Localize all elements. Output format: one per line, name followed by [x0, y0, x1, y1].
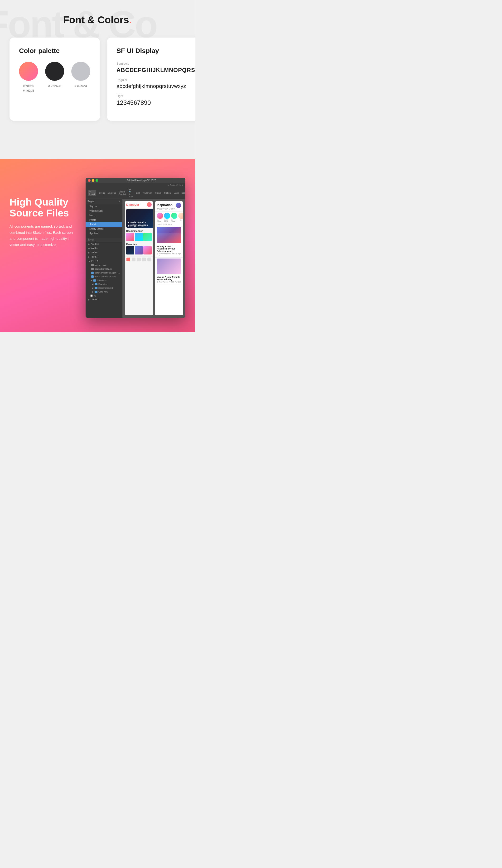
tl-yellow[interactable] — [92, 179, 94, 182]
layer-feed7[interactable]: ▶ Feed 7 — [85, 255, 122, 259]
swatch-circle-gradient — [19, 62, 38, 81]
fav-item-3 — [143, 246, 151, 255]
page-walkthrough[interactable]: Walkthrough — [85, 209, 122, 213]
phone-inspiration: Inspiration TALENT OF MONTH May Farmer — [155, 201, 183, 315]
layer-card-view[interactable]: ▶ Card view — [85, 290, 122, 294]
layer-avatar-male[interactable]: avatar- male — [85, 263, 122, 267]
flatten-label[interactable]: Flatten — [164, 192, 171, 194]
talent-1: May Farmer — [157, 213, 163, 222]
insp-talent-label: TALENT OF MONTH — [157, 208, 181, 210]
talent-avatar-1 — [157, 213, 163, 219]
tab-icon-3 — [137, 258, 141, 261]
create-symbol-label[interactable]: Create Symbol — [119, 190, 126, 195]
sf-ui-card: SF UI Display Semibold ABCDEFGHIJKLMNOPQ… — [107, 38, 195, 121]
sf-ui-title: SF UI Display — [116, 47, 195, 55]
font-semibold-label: Semibold — [116, 62, 195, 65]
tab-icon-5 — [147, 258, 151, 261]
ps-window: Adobe Photoshop CC 2017 ▾ Origin UI Kit … — [85, 178, 185, 318]
swatch-circle-dark — [45, 62, 64, 81]
insp-article-2: Making A New Trend In Poster Printing @ … — [155, 275, 183, 284]
tl-red[interactable] — [88, 179, 91, 182]
pages-add-btn[interactable]: + — [119, 200, 120, 203]
layer-contents[interactable]: ▼ Contents — [85, 278, 122, 282]
layer-favorites[interactable]: ▶ Favorites — [85, 282, 122, 286]
swatch-circle-light — [71, 62, 90, 81]
title-dot: . — [129, 14, 132, 26]
fav-item-1 — [126, 246, 134, 255]
source-description: All components are named, sorted, and co… — [10, 223, 76, 248]
layer-feed10[interactable]: ▶ Feed 10 — [85, 242, 122, 246]
talent-3: Jon Glover — [171, 213, 177, 222]
swatch-label-light: # c2c4ca — [75, 84, 87, 89]
swatch-dark: # 262628 — [45, 62, 64, 93]
phone-favorites-grid — [125, 246, 153, 256]
ungroup-label[interactable]: Ungroup — [108, 192, 116, 194]
page-social[interactable]: Social — [85, 222, 122, 227]
font-semibold-text: ABCDEFGHIJKLMNOPQRSTUVWXYZ — [116, 67, 195, 73]
tl-green[interactable] — [95, 179, 98, 182]
insp-article-1-title: Writing A Good Headline For Your Adverti… — [157, 245, 181, 252]
insp-avatar — [176, 203, 181, 208]
layer-feed5[interactable]: ▶ Feed 5 — [85, 298, 122, 302]
group-label[interactable]: Group — [99, 192, 105, 194]
page-menu[interactable]: Menu — [85, 213, 122, 218]
font-regular-text: abcdefghijklmnopqrstuvwxyz — [116, 83, 195, 89]
scale-label[interactable]: Scale — [182, 192, 185, 194]
swatch-label-dark: # 262628 — [48, 84, 61, 89]
page-empty-states[interactable]: Empty States — [85, 227, 122, 231]
page-profile[interactable]: Profile — [85, 218, 122, 222]
phone-feed6-header: Discover — [125, 201, 153, 208]
layer-feed8[interactable]: ▶ Feed 8 — [85, 250, 122, 255]
insp-article-2-meta: @ Terry Parker ❤ 325 💬 115 — [157, 281, 181, 283]
cards-row: Color palette # ff8960# ff62a5 # 262628 … — [10, 38, 185, 121]
insp-chart — [157, 227, 181, 243]
ps-sidebar: Pages + Sign In Walkthrough Menu Profile… — [85, 199, 122, 318]
ps-traffic-lights — [88, 179, 98, 182]
layer-tab-bar[interactable]: iP X - Tab Bar - 5 Tabs — [85, 275, 122, 278]
ps-kit-label: ▾ Origin UI Kit ▾ — [168, 184, 183, 186]
layer-feed6[interactable]: ▼ Feed 6 — [85, 259, 122, 263]
font-regular-section: Regular abcdefghijklmnopqrstuvwxyz — [116, 78, 195, 89]
layer-status-bar[interactable]: Status Bar / Black — [85, 267, 122, 271]
rotate-label[interactable]: Rotate — [155, 192, 161, 194]
source-section: High Quality Source Files All components… — [0, 159, 195, 332]
ps-canvas: Discover A Guide To RockyMountain Vacati… — [122, 199, 185, 318]
page-symbols[interactable]: Symbols — [85, 231, 122, 236]
ps-body: Pages + Sign In Walkthrough Menu Profile… — [85, 199, 185, 318]
talent-avatar-3 — [171, 213, 177, 219]
insp-popular-label: MOST POPULAR — [155, 223, 183, 226]
phone-tab-bar — [125, 256, 153, 262]
insp-article-2-title: Making A New Trend In Poster Printing — [157, 276, 181, 281]
insert-btn[interactable]: + Insert — [88, 190, 96, 196]
tab-icon-1 — [126, 258, 130, 261]
font-regular-label: Regular — [116, 78, 195, 82]
layer-bg[interactable]: bg — [85, 294, 122, 298]
insp-chart2 — [157, 259, 181, 274]
pages-panel-header: Pages + — [85, 199, 122, 204]
ps-toolbar: + Insert Group Ungroup Create Symbol — 🔍… — [85, 187, 185, 199]
page-sign-in[interactable]: Sign In — [85, 204, 122, 209]
talent-2: David Porter — [164, 213, 170, 222]
swatch-label-gradient: # ff8960# ff62a5 — [23, 84, 34, 93]
ps-title-text: Adobe Photoshop CC 2017 — [100, 179, 183, 182]
font-light-label: Light — [116, 94, 195, 98]
font-semibold-section: Semibold ABCDEFGHIJKLMNOPQRSTUVWXYZ — [116, 62, 195, 73]
talent-avatar-2 — [164, 213, 170, 219]
swatch-light: # c2c4ca — [71, 62, 90, 93]
insp-title: Inspiration — [157, 203, 173, 207]
grid-item-2 — [135, 233, 143, 241]
font-colors-section: Font & Co Font & Colors. Color palette #… — [0, 0, 195, 140]
transform-label[interactable]: Transform — [143, 192, 152, 194]
edit-label[interactable]: Edit — [136, 192, 140, 194]
layer-feed9[interactable]: ▶ Feed 9 — [85, 246, 122, 250]
layer-recommended[interactable]: ▶ Recommended — [85, 286, 122, 290]
font-light-text: 1234567890 — [116, 99, 195, 106]
section-title: Font & Colors. — [10, 14, 185, 26]
phone-favorites-label: Favorites — [125, 242, 153, 246]
mask-label[interactable]: Mask — [174, 192, 179, 194]
fav-item-2 — [135, 246, 143, 255]
phone-recommended-label: Recommended — [125, 229, 153, 233]
layer-bars-nav[interactable]: Bars/Navigation/Lager Ti... — [85, 271, 122, 275]
source-heading: High Quality Source Files — [10, 197, 76, 219]
social-section-header: Social — [85, 238, 122, 242]
